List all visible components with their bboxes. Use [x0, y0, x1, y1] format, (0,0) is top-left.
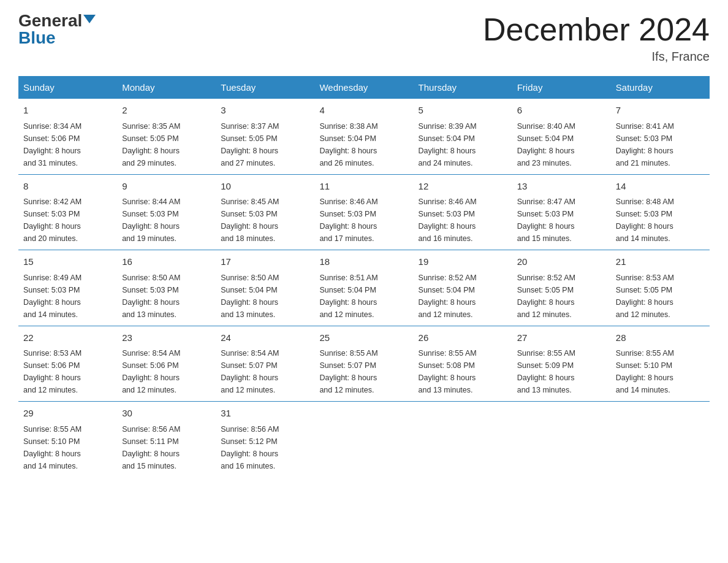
table-row: 7 Sunrise: 8:41 AMSunset: 5:03 PMDayligh…: [611, 99, 710, 174]
day-info: Sunrise: 8:47 AMSunset: 5:03 PMDaylight:…: [517, 197, 575, 243]
table-row: 26 Sunrise: 8:55 AMSunset: 5:08 PMDaylig…: [414, 326, 512, 402]
table-row: 14 Sunrise: 8:48 AMSunset: 5:03 PMDaylig…: [611, 174, 710, 250]
week-row-5: 29 Sunrise: 8:55 AMSunset: 5:10 PMDaylig…: [18, 402, 710, 477]
day-number: 19: [419, 255, 507, 269]
day-number: 12: [419, 180, 507, 194]
week-row-2: 8 Sunrise: 8:42 AMSunset: 5:03 PMDayligh…: [18, 174, 710, 250]
day-info: Sunrise: 8:39 AMSunset: 5:04 PMDaylight:…: [419, 122, 477, 167]
table-row: 24 Sunrise: 8:54 AMSunset: 5:07 PMDaylig…: [216, 326, 314, 402]
day-info: Sunrise: 8:37 AMSunset: 5:05 PMDaylight:…: [221, 122, 279, 167]
logo-general: General: [18, 12, 82, 29]
day-number: 9: [122, 180, 211, 194]
header-saturday: Saturday: [611, 76, 710, 99]
day-number: 29: [23, 407, 112, 421]
title-block: December 2024 Ifs, France: [483, 12, 710, 64]
day-number: 18: [319, 255, 408, 269]
table-row: 13 Sunrise: 8:47 AMSunset: 5:03 PMDaylig…: [512, 174, 611, 250]
day-info: Sunrise: 8:49 AMSunset: 5:03 PMDaylight:…: [23, 274, 82, 319]
day-number: 26: [419, 331, 507, 345]
table-row: 3 Sunrise: 8:37 AMSunset: 5:05 PMDayligh…: [216, 99, 314, 174]
month-title: December 2024: [483, 12, 710, 47]
day-info: Sunrise: 8:56 AMSunset: 5:12 PMDaylight:…: [221, 425, 279, 470]
table-row: 22 Sunrise: 8:53 AMSunset: 5:06 PMDaylig…: [18, 326, 117, 402]
day-number: 1: [23, 104, 112, 118]
table-row: 25 Sunrise: 8:55 AMSunset: 5:07 PMDaylig…: [314, 326, 413, 402]
header-wednesday: Wednesday: [314, 76, 413, 99]
week-row-3: 15 Sunrise: 8:49 AMSunset: 5:03 PMDaylig…: [18, 250, 710, 326]
day-number: 7: [616, 104, 705, 118]
day-number: 27: [517, 331, 606, 345]
day-number: 30: [122, 407, 211, 421]
day-info: Sunrise: 8:50 AMSunset: 5:03 PMDaylight:…: [122, 274, 180, 319]
logo-triangle-icon: [83, 15, 96, 23]
day-info: Sunrise: 8:38 AMSunset: 5:04 PMDaylight:…: [319, 122, 377, 167]
table-row: 17 Sunrise: 8:50 AMSunset: 5:04 PMDaylig…: [216, 250, 314, 326]
day-number: 25: [319, 331, 408, 345]
day-number: 14: [616, 180, 705, 194]
table-row: 18 Sunrise: 8:51 AMSunset: 5:04 PMDaylig…: [314, 250, 413, 326]
table-row: 12 Sunrise: 8:46 AMSunset: 5:03 PMDaylig…: [414, 174, 512, 250]
table-row: 30 Sunrise: 8:56 AMSunset: 5:11 PMDaylig…: [117, 402, 216, 477]
logo-blue: Blue: [18, 29, 56, 47]
day-number: 16: [122, 255, 211, 269]
day-number: 28: [616, 331, 705, 345]
day-number: 21: [616, 255, 705, 269]
day-number: 3: [221, 104, 309, 118]
day-number: 24: [221, 331, 309, 345]
header-monday: Monday: [117, 76, 216, 99]
day-header-row: Sunday Monday Tuesday Wednesday Thursday…: [18, 76, 710, 99]
day-info: Sunrise: 8:52 AMSunset: 5:05 PMDaylight:…: [517, 274, 575, 319]
day-info: Sunrise: 8:46 AMSunset: 5:03 PMDaylight:…: [319, 197, 377, 243]
day-number: 13: [517, 180, 606, 194]
table-row: 21 Sunrise: 8:53 AMSunset: 5:05 PMDaylig…: [611, 250, 710, 326]
table-row: 28 Sunrise: 8:55 AMSunset: 5:10 PMDaylig…: [611, 326, 710, 402]
table-row: 8 Sunrise: 8:42 AMSunset: 5:03 PMDayligh…: [18, 174, 117, 250]
table-row: 27 Sunrise: 8:55 AMSunset: 5:09 PMDaylig…: [512, 326, 611, 402]
day-number: 2: [122, 104, 211, 118]
day-info: Sunrise: 8:54 AMSunset: 5:07 PMDaylight:…: [221, 349, 279, 394]
table-row: 20 Sunrise: 8:52 AMSunset: 5:05 PMDaylig…: [512, 250, 611, 326]
day-info: Sunrise: 8:40 AMSunset: 5:04 PMDaylight:…: [517, 122, 575, 167]
table-row: 1 Sunrise: 8:34 AMSunset: 5:06 PMDayligh…: [18, 99, 117, 174]
table-row: 10 Sunrise: 8:45 AMSunset: 5:03 PMDaylig…: [216, 174, 314, 250]
table-row: 19 Sunrise: 8:52 AMSunset: 5:04 PMDaylig…: [414, 250, 512, 326]
day-info: Sunrise: 8:55 AMSunset: 5:07 PMDaylight:…: [319, 349, 377, 394]
page-header: General Blue December 2024 Ifs, France: [18, 12, 710, 64]
day-info: Sunrise: 8:41 AMSunset: 5:03 PMDaylight:…: [616, 122, 674, 167]
header-sunday: Sunday: [18, 76, 117, 99]
table-row: 6 Sunrise: 8:40 AMSunset: 5:04 PMDayligh…: [512, 99, 611, 174]
table-row: [611, 402, 710, 477]
day-number: 6: [517, 104, 606, 118]
day-number: 31: [221, 407, 309, 421]
day-info: Sunrise: 8:46 AMSunset: 5:03 PMDaylight:…: [419, 197, 477, 243]
table-row: [314, 402, 413, 477]
day-info: Sunrise: 8:50 AMSunset: 5:04 PMDaylight:…: [221, 274, 279, 319]
table-row: 23 Sunrise: 8:54 AMSunset: 5:06 PMDaylig…: [117, 326, 216, 402]
day-info: Sunrise: 8:52 AMSunset: 5:04 PMDaylight:…: [419, 274, 477, 319]
header-thursday: Thursday: [414, 76, 512, 99]
table-row: 11 Sunrise: 8:46 AMSunset: 5:03 PMDaylig…: [314, 174, 413, 250]
day-info: Sunrise: 8:53 AMSunset: 5:06 PMDaylight:…: [23, 349, 82, 394]
day-number: 23: [122, 331, 211, 345]
table-row: 16 Sunrise: 8:50 AMSunset: 5:03 PMDaylig…: [117, 250, 216, 326]
day-number: 10: [221, 180, 309, 194]
day-info: Sunrise: 8:44 AMSunset: 5:03 PMDaylight:…: [122, 197, 180, 243]
day-info: Sunrise: 8:56 AMSunset: 5:11 PMDaylight:…: [122, 425, 180, 470]
day-info: Sunrise: 8:34 AMSunset: 5:06 PMDaylight:…: [23, 122, 82, 167]
table-row: 29 Sunrise: 8:55 AMSunset: 5:10 PMDaylig…: [18, 402, 117, 477]
day-number: 4: [319, 104, 408, 118]
day-info: Sunrise: 8:55 AMSunset: 5:10 PMDaylight:…: [23, 425, 82, 470]
week-row-1: 1 Sunrise: 8:34 AMSunset: 5:06 PMDayligh…: [18, 99, 710, 174]
day-number: 15: [23, 255, 112, 269]
table-row: [414, 402, 512, 477]
table-row: 5 Sunrise: 8:39 AMSunset: 5:04 PMDayligh…: [414, 99, 512, 174]
day-info: Sunrise: 8:55 AMSunset: 5:10 PMDaylight:…: [616, 349, 674, 394]
day-number: 11: [319, 180, 408, 194]
logo: General Blue: [18, 12, 96, 47]
day-info: Sunrise: 8:55 AMSunset: 5:09 PMDaylight:…: [517, 349, 575, 394]
day-info: Sunrise: 8:51 AMSunset: 5:04 PMDaylight:…: [319, 274, 377, 319]
day-info: Sunrise: 8:48 AMSunset: 5:03 PMDaylight:…: [616, 197, 674, 243]
table-row: 31 Sunrise: 8:56 AMSunset: 5:12 PMDaylig…: [216, 402, 314, 477]
day-info: Sunrise: 8:45 AMSunset: 5:03 PMDaylight:…: [221, 197, 279, 243]
day-info: Sunrise: 8:35 AMSunset: 5:05 PMDaylight:…: [122, 122, 180, 167]
